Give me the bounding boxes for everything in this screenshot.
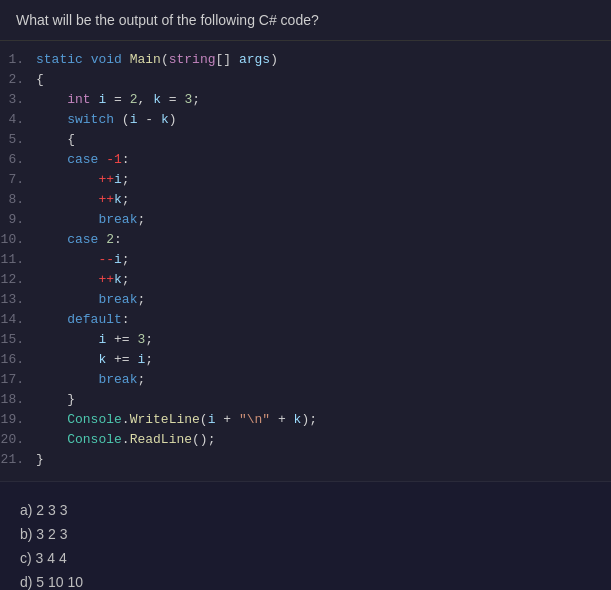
code-line-18: 18. }: [0, 391, 611, 411]
answer-a[interactable]: a) 2 3 3: [20, 498, 591, 522]
question-text: What will be the output of the following…: [16, 12, 319, 28]
code-line-2: 2. {: [0, 71, 611, 91]
code-line-4: 4. switch (i - k): [0, 111, 611, 131]
code-line-1: 1. static void Main(string[] args): [0, 51, 611, 71]
code-container: 1. static void Main(string[] args) 2. { …: [0, 41, 611, 482]
code-line-10: 10. case 2:: [0, 231, 611, 251]
code-line-5: 5. {: [0, 131, 611, 151]
answers-section: a) 2 3 3 b) 3 2 3 c) 3 4 4 d) 5 10 10: [0, 482, 611, 590]
code-line-17: 17. break;: [0, 371, 611, 391]
code-line-15: 15. i += 3;: [0, 331, 611, 351]
code-line-7: 7. ++i;: [0, 171, 611, 191]
answer-b[interactable]: b) 3 2 3: [20, 522, 591, 546]
code-line-21: 21. }: [0, 451, 611, 471]
answer-d[interactable]: d) 5 10 10: [20, 570, 591, 590]
code-line-16: 16. k += i;: [0, 351, 611, 371]
code-line-12: 12. ++k;: [0, 271, 611, 291]
code-line-13: 13. break;: [0, 291, 611, 311]
code-line-20: 20. Console.ReadLine();: [0, 431, 611, 451]
question-bar: What will be the output of the following…: [0, 0, 611, 41]
code-line-11: 11. --i;: [0, 251, 611, 271]
code-line-8: 8. ++k;: [0, 191, 611, 211]
code-line-14: 14. default:: [0, 311, 611, 331]
code-line-9: 9. break;: [0, 211, 611, 231]
code-line-19: 19. Console.WriteLine(i + "\n" + k);: [0, 411, 611, 431]
code-line-6: 6. case -1:: [0, 151, 611, 171]
code-line-3: 3. int i = 2, k = 3;: [0, 91, 611, 111]
answer-c[interactable]: c) 3 4 4: [20, 546, 591, 570]
